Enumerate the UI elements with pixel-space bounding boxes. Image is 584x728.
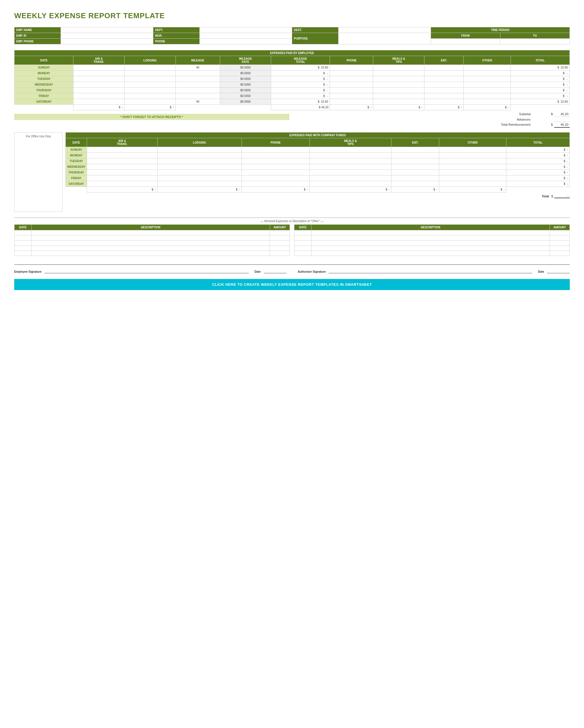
table-row: FRIDAY $0.5650 $ - $ - <box>15 93 570 99</box>
cta-banner[interactable]: CLICK HERE TO CREATE WEEKLY EXPENSE REPO… <box>14 279 570 290</box>
day-wednesday: WEDNESDAY <box>15 82 73 87</box>
day-friday: FRIDAY <box>15 93 73 99</box>
table-row: MONDAY $ - <box>66 153 570 158</box>
co-saturday: SATURDAY <box>66 181 87 187</box>
table-row: THURSDAY $0.5650 $ - $ - <box>15 87 570 93</box>
table-row: WEDNESDAY $ - <box>66 164 570 170</box>
day-sunday: SUNDAY <box>15 65 73 71</box>
dest-value[interactable] <box>338 27 431 33</box>
co-tuesday: TUESDAY <box>66 158 87 164</box>
co-monday: MONDAY <box>66 153 87 158</box>
col-meals: MEALS &TIPS <box>373 56 425 65</box>
from-value[interactable] <box>431 39 500 44</box>
emp-phone-value[interactable] <box>60 39 153 44</box>
co-sunday: SUNDAY <box>66 147 87 153</box>
total-reimb-value: 45.20 <box>554 122 570 128</box>
mgr-value[interactable] <box>199 33 292 39</box>
table-row: TUESDAY $0.5650 $ - $ - <box>15 76 570 82</box>
co-col-other: OTHER <box>439 138 506 147</box>
co-col-total: TOTAL <box>506 138 570 147</box>
company-total-label: Total <box>542 194 549 198</box>
itemized-left-date-col: DATE <box>15 225 31 230</box>
company-expense-table: EXPENSES PAID WITH COMPANY FUNDS DATE AI… <box>66 132 570 192</box>
itemized-right-desc-col: DESCRIPTION <box>311 225 550 230</box>
list-item <box>295 230 570 235</box>
col-lodging: LODGING <box>124 56 176 65</box>
table-row: SATURDAY 40 $0.5650 $ 22.60 $ 22.60 <box>15 99 570 105</box>
date2-line[interactable] <box>547 267 570 273</box>
itemized-right-date-col: DATE <box>295 225 311 230</box>
co-col-air: AIR &TRANS. <box>87 138 158 147</box>
company-total-value: - <box>554 194 570 198</box>
date2-label: Date <box>538 270 544 273</box>
list-item <box>15 235 290 240</box>
advances-value[interactable] <box>554 117 570 122</box>
mgr-label: MGR. <box>153 33 199 39</box>
table-row: SUNDAY $ - <box>66 147 570 153</box>
office-use-label: For Office Use Only <box>26 135 51 138</box>
total-reimb-label: Total Reimbursement <box>490 122 533 128</box>
table-row: MONDAY $0.5650 $ - $ - <box>15 71 570 76</box>
subtotal-value: 45.20 <box>554 111 570 117</box>
employee-sig-label: Employee Signature <box>14 270 42 273</box>
col-date: DATE <box>15 56 73 65</box>
employee-sig-line[interactable] <box>44 267 249 273</box>
dept-value[interactable] <box>199 27 292 33</box>
itemized-left-desc-col: DESCRIPTION <box>31 225 270 230</box>
col-other: OTHER <box>464 56 511 65</box>
col-air: AIR &TRANS. <box>73 56 125 65</box>
itemized-table-right: DATE DESCRIPTION AMOUNT <box>294 224 570 256</box>
day-thursday: THURSDAY <box>15 87 73 93</box>
co-friday: FRIDAY <box>66 176 87 181</box>
list-item <box>295 235 570 240</box>
co-col-phone: PHONE <box>242 138 309 147</box>
list-item <box>15 251 290 256</box>
subtotal-label: Subtotal <box>490 111 533 117</box>
col-phone: PHONE <box>330 56 373 65</box>
employee-section-title: EXPENSES PAID BY EMPLOYEE <box>15 50 570 56</box>
to-label: TO <box>500 33 569 39</box>
table-row: FRIDAY $ - <box>66 176 570 181</box>
list-item <box>295 251 570 256</box>
table-row: SUNDAY 40 $0.5650 $ 22.60 $ 22.60 <box>15 65 570 71</box>
total-reimb-dollar: $ <box>533 122 554 128</box>
col-ent: ENT. <box>424 56 463 65</box>
employee-totals-row: $ - $ - $ 45.20 $ - $ - $ - $ - <box>15 105 570 110</box>
dont-forget-banner: * DON'T FORGET TO ATTACH RECEIPTS * <box>14 114 289 120</box>
authorizer-sig-line[interactable] <box>329 267 532 273</box>
page-title: WEEKLY EXPENSE REPORT TEMPLATE <box>14 11 570 20</box>
employee-expense-table: EXPENSES PAID BY EMPLOYEE DATE AIR &TRAN… <box>14 50 570 110</box>
emp-id-value[interactable] <box>60 33 153 39</box>
col-mileage-total: MILEAGETOTAL <box>271 56 330 65</box>
table-row: THURSDAY $ - <box>66 170 570 176</box>
authorizer-sig-label: Authorizer Signature <box>298 270 326 273</box>
purpose-label: PURPOSE <box>292 33 338 44</box>
emp-id-label: EMP. ID <box>15 33 61 39</box>
date1-line[interactable] <box>264 267 286 273</box>
emp-name-label: EMP. NAME <box>15 27 61 33</box>
company-section-title: EXPENSES PAID WITH COMPANY FUNDS <box>66 132 570 138</box>
day-monday: MONDAY <box>15 71 73 76</box>
dept-label: DEPT. <box>153 27 199 33</box>
table-row: SATURDAY $ - <box>66 181 570 187</box>
dest-label: DEST. <box>292 27 338 33</box>
itemized-left-amount-col: AMOUNT <box>270 225 290 230</box>
signature-section: Employee Signature Date Authorizer Signa… <box>14 264 570 273</box>
co-col-ent: ENT. <box>391 138 439 147</box>
itemized-table-left: DATE DESCRIPTION AMOUNT <box>14 224 290 256</box>
emp-name-value[interactable] <box>60 27 153 33</box>
purpose-value[interactable] <box>338 33 431 44</box>
company-totals-row: $ - $ - $ - $ - $ - $ - <box>66 187 570 192</box>
co-wednesday: WEDNESDAY <box>66 164 87 170</box>
itemized-header: — Itemized Expenses or Description of "O… <box>14 217 570 223</box>
phone-value[interactable] <box>199 39 292 44</box>
col-total: TOTAL <box>511 56 569 65</box>
co-col-date: DATE <box>66 138 87 147</box>
to-value[interactable] <box>500 39 569 44</box>
date1-label: Date <box>255 270 261 273</box>
employee-info-table: EMP. NAME DEPT. DEST. TIME PERIOD EMP. I… <box>14 27 570 44</box>
list-item <box>15 240 290 246</box>
co-thursday: THURSDAY <box>66 170 87 176</box>
co-col-lodging: LODGING <box>157 138 242 147</box>
itemized-right-amount-col: AMOUNT <box>550 225 570 230</box>
